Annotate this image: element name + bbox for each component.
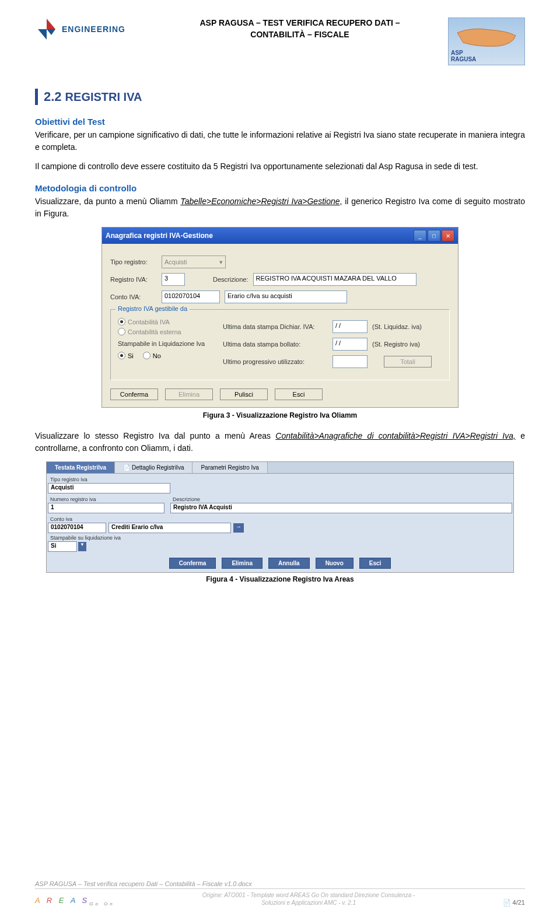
page-header: ENGINEERING ASP RAGUSA – TEST VERIFICA R…: [35, 18, 525, 65]
areas-descrizione-input[interactable]: Registro IVA Acquisti: [170, 503, 512, 513]
areas-esci-button[interactable]: Esci: [359, 558, 391, 569]
areas-conferma-button[interactable]: Conferma: [169, 558, 216, 569]
chevron-down-icon: ▾: [219, 258, 223, 266]
document-icon: 📄: [123, 464, 130, 471]
tipo-registro-select[interactable]: Acquisti▾: [162, 256, 226, 268]
areas-stampabile-input[interactable]: Si: [48, 541, 77, 552]
registro-iva-input[interactable]: 3: [162, 273, 185, 286]
areas-conto-desc: Crediti Erario c/Iva: [108, 523, 231, 533]
totali-button[interactable]: Totali: [384, 356, 432, 368]
areas-numero-input[interactable]: 1: [48, 503, 164, 513]
minimize-icon[interactable]: _: [414, 230, 426, 242]
figure3-caption: Figura 3 - Visualizzazione Registro Iva …: [35, 411, 525, 419]
tab-testata[interactable]: Testata RegistriIva: [47, 462, 115, 473]
progressivo-input[interactable]: [332, 355, 368, 368]
registro-gestibile-fieldset: Registro IVA gestibile da Contabilità IV…: [110, 309, 450, 380]
elimina-button[interactable]: Elimina: [165, 388, 213, 400]
metodologia-p1: Visualizzare, da punto a menù Oliamm Tab…: [35, 195, 525, 220]
oliamm-window: Anagrafica registri IVA-Gestione _ □ ✕ T…: [102, 227, 459, 408]
header-title: ASP RAGUSA – TEST VERIFICA RECUPERO DATI…: [152, 18, 448, 40]
radio-contabilita-iva[interactable]: Contabilità IVA: [118, 318, 211, 326]
obiettivi-heading: Obiettivi del Test: [35, 117, 525, 127]
esci-button[interactable]: Esci: [275, 388, 323, 400]
para-areas: Visualizzare lo stesso Registro Iva dal …: [35, 430, 525, 454]
data-dichiar-input[interactable]: / /: [332, 320, 368, 333]
areas-conto-input[interactable]: 0102070104: [48, 523, 106, 533]
page-number: 📄 4/21: [503, 899, 525, 907]
descrizione-input[interactable]: REGISTRO IVA ACQUISTI MAZARA DEL VALLO: [253, 273, 416, 286]
areas-nuovo-button[interactable]: Nuovo: [316, 558, 354, 569]
figure4-caption: Figura 4 - Visualizzazione Registro Iva …: [35, 575, 525, 583]
chevron-down-icon[interactable]: ▼: [78, 542, 86, 551]
close-icon[interactable]: ✕: [442, 230, 454, 242]
obiettivi-p1: Verificare, per un campione significativ…: [35, 129, 525, 153]
obiettivi-p2: Il campione di controllo deve essere cos…: [35, 160, 525, 173]
metodologia-heading: Metodologia di controllo: [35, 183, 525, 193]
document-icon: 📄: [503, 899, 511, 906]
logo-icon: [35, 18, 58, 41]
radio-si[interactable]: Si: [118, 352, 134, 359]
conferma-button[interactable]: Conferma: [110, 388, 158, 400]
section-heading: 2.2 REGISTRI IVA: [35, 89, 525, 105]
areas-tipo-input[interactable]: Acquisti: [48, 483, 170, 494]
asp-ragusa-badge: ASPRAGUSA: [448, 18, 525, 65]
areas-elimina-button[interactable]: Elimina: [222, 558, 262, 569]
conto-iva-desc: Erario c/Iva su acquisti: [225, 290, 347, 303]
arrow-right-icon[interactable]: →: [233, 523, 244, 533]
tab-parametri[interactable]: Parametri Registro Iva: [192, 462, 267, 473]
radio-contabilita-esterna[interactable]: Contabilità esterna: [118, 328, 211, 335]
logo-engineering: ENGINEERING: [35, 18, 152, 41]
areas-window: Testata RegistriIva 📄 Dettaglio Registri…: [46, 461, 514, 573]
window-title: Anagrafica registri IVA-Gestione: [106, 232, 213, 240]
pulisci-button[interactable]: Pulisci: [220, 388, 268, 400]
maximize-icon[interactable]: □: [428, 230, 440, 242]
conto-iva-input[interactable]: 0102070104: [162, 290, 220, 303]
areas-annulla-button[interactable]: Annulla: [268, 558, 310, 569]
window-titlebar: Anagrafica registri IVA-Gestione _ □ ✕: [102, 228, 458, 244]
data-bollato-input[interactable]: / /: [332, 338, 368, 351]
page-footer: ASP RAGUSA – Test verifica recupero Dati…: [35, 880, 525, 907]
logo-text: ENGINEERING: [62, 24, 125, 34]
radio-no[interactable]: No: [143, 352, 161, 359]
tab-dettaglio[interactable]: 📄 Dettaglio RegistriIva: [115, 462, 192, 473]
areas-logo: A R E A SGo On: [35, 896, 115, 907]
